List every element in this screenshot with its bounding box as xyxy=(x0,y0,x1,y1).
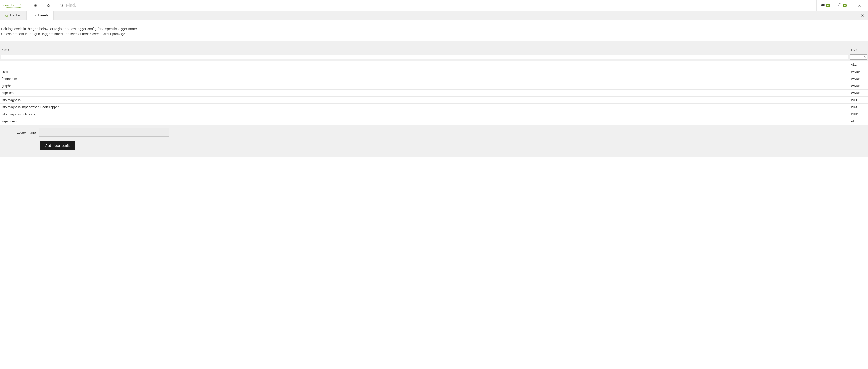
table-cell-level: WARN xyxy=(849,90,868,96)
log-levels-grid: Name Level ALLcomWARNfreemarkerWARNgraph… xyxy=(0,40,868,125)
notifications-button[interactable]: 0 xyxy=(834,0,851,11)
svg-point-4 xyxy=(36,4,37,5)
svg-point-5 xyxy=(34,5,35,6)
magnolia-logo[interactable]: magnolia ® xyxy=(0,0,29,11)
add-logger-form: Logger name Add logger config xyxy=(0,125,868,157)
table-row[interactable]: freemarkerWARN xyxy=(0,75,868,82)
user-icon xyxy=(857,3,862,8)
svg-point-6 xyxy=(35,5,36,6)
table-cell-level: INFO xyxy=(849,104,868,110)
tabs-bar: Log List Log Levels xyxy=(0,11,868,20)
svg-point-11 xyxy=(60,4,63,6)
table-cell-name: info.magnolia xyxy=(0,97,849,103)
table-row[interactable]: comWARN xyxy=(0,68,868,75)
table-row[interactable]: ALL xyxy=(0,61,868,68)
table-cell-name: freemarker xyxy=(0,75,849,82)
tab-log-list-label: Log List xyxy=(10,13,21,17)
search-input[interactable] xyxy=(66,3,812,8)
svg-rect-17 xyxy=(6,15,7,16)
svg-point-2 xyxy=(34,4,35,5)
svg-point-10 xyxy=(36,6,37,7)
intro-line-1: Edit log levels in the grid below; or re… xyxy=(1,26,867,31)
svg-point-16 xyxy=(859,4,861,5)
tasks-button[interactable]: 0 xyxy=(816,0,834,11)
table-cell-name: info.magnolia.importexport.Bootstrapper xyxy=(0,104,849,110)
grid-header-row: Name Level xyxy=(0,47,868,53)
grid-icon xyxy=(33,3,38,7)
svg-text:®: ® xyxy=(20,4,21,5)
search-icon xyxy=(60,3,64,7)
table-row[interactable]: log-accessALL xyxy=(0,118,868,125)
table-cell-name: httpclient xyxy=(0,90,849,96)
intro-text: Edit log levels in the grid below; or re… xyxy=(0,20,868,40)
user-profile-button[interactable] xyxy=(851,0,868,11)
svg-text:magnolia: magnolia xyxy=(3,3,14,7)
table-cell-level: WARN xyxy=(849,82,868,89)
close-icon xyxy=(861,13,864,17)
notifications-badge: 0 xyxy=(843,4,847,7)
filter-level-select[interactable] xyxy=(850,55,867,60)
tab-log-levels-label: Log Levels xyxy=(32,13,48,17)
header-right: 0 0 xyxy=(816,0,868,11)
table-cell-name: graphql xyxy=(0,82,849,89)
table-cell-name: log-access xyxy=(0,118,849,125)
top-header: magnolia ® xyxy=(0,0,868,11)
svg-line-12 xyxy=(62,6,63,7)
grid-header-name[interactable]: Name xyxy=(0,47,849,53)
filter-name-input[interactable] xyxy=(1,55,848,59)
table-cell-level: ALL xyxy=(849,61,868,68)
table-cell-name xyxy=(0,63,849,66)
table-row[interactable]: httpclientWARN xyxy=(0,90,868,97)
tasks-icon xyxy=(820,4,825,7)
add-logger-config-button[interactable]: Add logger config xyxy=(40,141,75,150)
bell-icon xyxy=(838,3,842,8)
favorites-button[interactable] xyxy=(42,0,56,11)
search-bar[interactable] xyxy=(56,0,816,11)
magnolia-logo-svg: magnolia ® xyxy=(3,3,26,8)
table-cell-name: com xyxy=(0,68,849,75)
table-cell-level: INFO xyxy=(849,111,868,118)
table-cell-level: INFO xyxy=(849,97,868,103)
grid-filter-row xyxy=(0,53,868,61)
svg-point-8 xyxy=(34,6,35,7)
tab-log-levels[interactable]: Log Levels xyxy=(27,11,54,20)
intro-line-2: Unless present in the grid, loggers inhe… xyxy=(1,31,867,36)
tab-log-list[interactable]: Log List xyxy=(0,11,27,20)
logger-name-label: Logger name xyxy=(0,131,39,134)
table-cell-name: info.magnolia.publishing xyxy=(0,111,849,118)
table-cell-level: WARN xyxy=(849,75,868,82)
star-icon xyxy=(46,3,51,8)
svg-point-3 xyxy=(35,4,36,5)
lock-icon xyxy=(5,14,8,17)
grid-header-level[interactable]: Level xyxy=(849,47,868,53)
table-cell-level: ALL xyxy=(849,118,868,125)
svg-point-7 xyxy=(36,5,37,6)
svg-point-9 xyxy=(35,6,36,7)
table-row[interactable]: graphqlWARN xyxy=(0,82,868,90)
table-row[interactable]: info.magnolia.publishingINFO xyxy=(0,111,868,118)
table-row[interactable]: info.magnoliaINFO xyxy=(0,97,868,104)
apps-launcher-button[interactable] xyxy=(29,0,42,11)
logger-name-input[interactable] xyxy=(39,128,169,137)
tasks-badge: 0 xyxy=(826,4,830,7)
table-row[interactable]: info.magnolia.importexport.BootstrapperI… xyxy=(0,104,868,111)
close-app-button[interactable] xyxy=(857,11,868,20)
grid-body: ALLcomWARNfreemarkerWARNgraphqlWARNhttpc… xyxy=(0,61,868,125)
table-cell-level: WARN xyxy=(849,68,868,75)
